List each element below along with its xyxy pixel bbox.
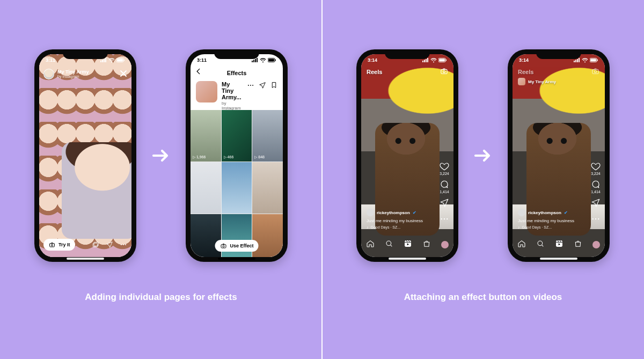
- grid-tile[interactable]: ▷ 2,972: [191, 214, 221, 257]
- svg-rect-39: [405, 240, 411, 247]
- profile-avatar[interactable]: [592, 241, 600, 248]
- reel-meta: rickeythompson ✔ Just me minding my busi…: [518, 209, 582, 229]
- share-icon[interactable]: [106, 241, 113, 248]
- like-button[interactable]: 3,224: [440, 162, 449, 175]
- camera-icon[interactable]: [440, 67, 448, 77]
- battery-icon: [116, 58, 125, 62]
- svg-point-22: [250, 85, 251, 86]
- svg-point-21: [248, 85, 249, 86]
- comment-button[interactable]: 1,414: [440, 180, 449, 194]
- use-effect-button[interactable]: Use Effect: [215, 240, 258, 252]
- status-time: 3:14: [368, 57, 377, 63]
- svg-point-23: [252, 85, 253, 86]
- home-indicator: [67, 258, 104, 260]
- reels-icon[interactable]: [404, 239, 412, 250]
- home-indicator: [389, 258, 426, 260]
- status-time: 3:14: [519, 57, 529, 63]
- grid-tile[interactable]: ▷ 871: [252, 214, 283, 257]
- music-icon: ♪: [518, 225, 520, 229]
- reel-effect-chip[interactable]: My Tiny Army: [518, 78, 556, 85]
- profile-avatar[interactable]: [441, 241, 449, 248]
- phone-effects-page: 3:11 Effects My Tiny: [186, 49, 288, 262]
- svg-rect-46: [597, 60, 598, 61]
- svg-point-49: [592, 218, 594, 219]
- use-effect-label: Use Effect: [230, 243, 253, 248]
- effect-actions: [247, 81, 277, 91]
- svg-point-25: [223, 245, 224, 247]
- more-icon[interactable]: [591, 214, 601, 226]
- home-icon[interactable]: [366, 239, 375, 250]
- svg-rect-40: [574, 61, 575, 62]
- reel-audio[interactable]: ♪ Good Days · SZ...: [518, 225, 582, 229]
- svg-rect-14: [252, 61, 253, 62]
- gallery-icon[interactable]: [92, 241, 99, 248]
- battery-icon: [268, 58, 276, 62]
- svg-rect-32: [446, 60, 447, 61]
- bookmark-icon[interactable]: [270, 81, 277, 91]
- reels-icon[interactable]: [555, 239, 564, 250]
- grid-tile[interactable]: ▷ 1,966: [191, 110, 221, 162]
- search-icon[interactable]: [385, 239, 393, 250]
- effect-title-box[interactable]: My Tiny Army by Instagram: [57, 70, 89, 78]
- grid-tile[interactable]: ▷ 848: [252, 110, 283, 162]
- reel-right-rail: 3,224 1,414: [440, 162, 449, 226]
- more-icon[interactable]: [440, 214, 449, 226]
- music-icon: ♪: [367, 225, 369, 229]
- phone-screen: 3:14 Reels My Tiny Army: [513, 54, 605, 257]
- comment-count: 1,414: [591, 190, 601, 194]
- phone-notch: [63, 49, 108, 59]
- svg-rect-2: [104, 59, 105, 62]
- svg-rect-47: [592, 69, 598, 74]
- tile-label: ▷ 848: [254, 155, 265, 159]
- phone-notch: [214, 49, 259, 59]
- svg-point-50: [595, 218, 596, 219]
- svg-point-52: [538, 241, 543, 246]
- battery-icon: [438, 58, 447, 62]
- phone-notch: [536, 49, 581, 59]
- effect-video-grid[interactable]: ▷ 1,966 ▷ 466 ▷ 848 ▷ 2,972 ▷ 480 ▷ 871: [191, 110, 283, 257]
- home-icon[interactable]: [517, 239, 526, 250]
- svg-rect-17: [257, 58, 258, 62]
- left-caption: Adding individual pages for effects: [85, 292, 237, 303]
- user-avatar: [518, 209, 525, 216]
- share-icon[interactable]: [440, 198, 449, 210]
- search-icon[interactable]: [536, 239, 545, 250]
- share-icon[interactable]: [591, 198, 601, 210]
- shop-icon[interactable]: [574, 239, 582, 250]
- story-main-face: [62, 142, 131, 239]
- camera-icon[interactable]: [591, 67, 599, 77]
- svg-rect-53: [556, 240, 562, 247]
- grid-tile[interactable]: [222, 162, 252, 214]
- close-icon[interactable]: [120, 70, 127, 78]
- effect-thumbnail[interactable]: [196, 81, 217, 102]
- share-icon[interactable]: [259, 82, 266, 91]
- arrow-icon: [472, 145, 494, 166]
- like-button[interactable]: 3,224: [591, 162, 601, 175]
- camera-icon: [48, 241, 56, 248]
- verified-icon: ✔: [564, 210, 568, 215]
- try-it-label: Try It: [58, 242, 70, 247]
- reel-audio[interactable]: ♪ Good Days · SZ...: [367, 225, 431, 229]
- reel-user-row[interactable]: rickeythompson ✔: [367, 209, 431, 216]
- diagram-canvas: 3:11 My Tiny Army by Instagram: [0, 0, 644, 359]
- bottom-nav: [361, 237, 453, 253]
- effect-author: by Instagram: [222, 101, 243, 111]
- camera-icon: [219, 242, 227, 250]
- svg-rect-24: [221, 245, 226, 248]
- right-caption: Attaching an effect button on videos: [404, 292, 562, 303]
- more-icon[interactable]: [120, 241, 127, 248]
- comment-button[interactable]: 1,414: [591, 180, 601, 194]
- reel-user-row[interactable]: rickeythompson ✔: [518, 209, 582, 216]
- svg-point-11: [121, 244, 122, 245]
- grid-tile[interactable]: ▷ 466: [222, 110, 252, 162]
- grid-tile[interactable]: [252, 162, 283, 214]
- shop-icon[interactable]: [422, 239, 431, 250]
- try-it-button[interactable]: Try It: [43, 239, 75, 251]
- more-icon[interactable]: [247, 82, 254, 91]
- svg-rect-5: [117, 59, 123, 62]
- svg-point-34: [443, 70, 445, 72]
- effect-avatar[interactable]: [43, 69, 54, 79]
- grid-tile[interactable]: [191, 162, 221, 214]
- home-indicator: [218, 258, 255, 260]
- svg-rect-41: [575, 60, 576, 63]
